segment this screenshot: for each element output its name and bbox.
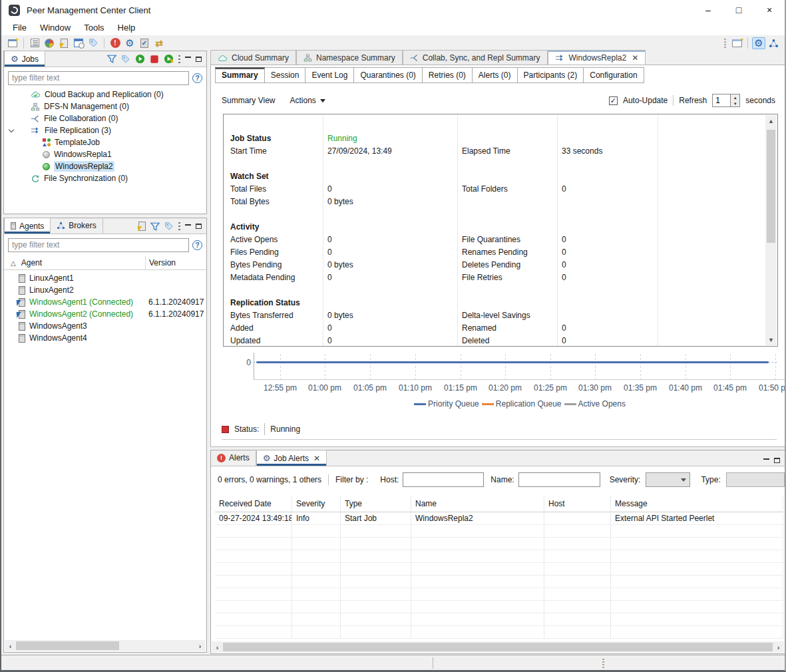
subtab-session[interactable]: Session bbox=[265, 67, 306, 83]
jobs-filter-input[interactable] bbox=[8, 71, 189, 85]
subtab-event-log[interactable]: Event Log bbox=[305, 67, 354, 83]
scheduled-task-icon[interactable] bbox=[72, 37, 85, 49]
help-icon[interactable]: ? bbox=[192, 73, 202, 83]
auto-update-checkbox[interactable]: ✓ bbox=[609, 96, 618, 105]
scroll-right-icon[interactable]: › bbox=[773, 643, 784, 651]
tree-item-file-collaboration[interactable]: File Collaboration (0) bbox=[4, 112, 206, 124]
scroll-right-icon[interactable]: › bbox=[194, 642, 206, 650]
start-job-icon[interactable] bbox=[135, 54, 145, 64]
view-menu-icon[interactable] bbox=[178, 222, 180, 230]
actions-dropdown[interactable]: Actions bbox=[290, 96, 325, 105]
menu-file[interactable]: File bbox=[7, 21, 33, 34]
tab-cloud-summary[interactable]: Cloud Summary bbox=[210, 50, 296, 65]
spinner-down-icon[interactable]: ▼ bbox=[731, 100, 739, 106]
tree-item-dfsn[interactable]: DFS-N Management (0) bbox=[4, 100, 206, 112]
tree-item-file-synchronization[interactable]: File Synchronization (0) bbox=[4, 172, 206, 184]
clipboard-check-icon[interactable]: ✓ bbox=[138, 37, 151, 49]
column-received-date[interactable]: Received Date bbox=[215, 496, 292, 512]
scrollbar-thumb[interactable] bbox=[223, 643, 773, 651]
summary-vscrollbar[interactable]: ▲ ▼ bbox=[765, 115, 777, 345]
panel-minimize-icon[interactable] bbox=[185, 57, 191, 59]
tree-item-windowsrepla2[interactable]: WindowsRepla2 bbox=[4, 160, 206, 172]
view-menu-icon[interactable] bbox=[178, 55, 180, 63]
filter-icon[interactable] bbox=[107, 55, 116, 63]
host-filter-input[interactable] bbox=[403, 472, 484, 487]
maximize-button[interactable]: □ bbox=[723, 0, 754, 20]
type-filter-input[interactable] bbox=[726, 472, 785, 487]
column-host[interactable]: Host bbox=[544, 496, 611, 512]
agent-row[interactable]: LinuxAgent2 bbox=[4, 284, 206, 296]
tag-icon[interactable] bbox=[87, 37, 100, 49]
tab-agents[interactable]: Agents bbox=[4, 218, 51, 234]
tab-alerts[interactable]: ! Alerts bbox=[211, 450, 256, 466]
column-type[interactable]: Type bbox=[341, 496, 411, 512]
agents-hscrollbar[interactable]: ‹ › bbox=[5, 640, 206, 651]
start-with-options-icon[interactable] bbox=[164, 54, 174, 64]
subtab-summary[interactable]: Summary bbox=[215, 67, 265, 83]
menu-window[interactable]: Window bbox=[34, 21, 77, 34]
alerts-hscrollbar[interactable]: ‹ › bbox=[212, 641, 784, 653]
settings-gear-icon[interactable]: ⚙ bbox=[123, 37, 136, 49]
flash-document-icon[interactable] bbox=[138, 222, 146, 231]
tree-item-templatejob[interactable]: TemplateJob bbox=[4, 136, 206, 148]
subtab-configuration[interactable]: Configuration bbox=[584, 67, 644, 83]
alert-icon[interactable]: ! bbox=[108, 37, 122, 49]
menu-help[interactable]: Help bbox=[112, 21, 142, 34]
scroll-left-icon[interactable]: ‹ bbox=[5, 642, 16, 650]
pie-chart-icon[interactable] bbox=[43, 37, 56, 49]
panel-minimize-icon[interactable] bbox=[185, 224, 191, 226]
tab-collab-sync-repl-summary[interactable]: Collab, Sync, and Repl Summary bbox=[403, 50, 548, 65]
new-window-icon[interactable] bbox=[6, 37, 19, 49]
help-icon[interactable]: ? bbox=[192, 240, 202, 250]
tree-item-cloud-backup[interactable]: Cloud Backup and Replication (0) bbox=[4, 88, 206, 100]
agent-row[interactable]: WindowsAgent3 bbox=[4, 320, 206, 332]
stop-status-icon[interactable] bbox=[222, 426, 229, 433]
refresh-sync-icon[interactable]: ⇄ bbox=[152, 37, 166, 49]
sort-ascending-icon[interactable]: △ bbox=[11, 259, 16, 267]
agents-filter-input[interactable] bbox=[8, 238, 189, 252]
agent-row[interactable]: WindowsAgent2 (Connected) 6.1.1.20240917 bbox=[4, 308, 206, 320]
panel-minimize-icon[interactable] bbox=[763, 458, 769, 460]
panel-maximize-icon[interactable] bbox=[196, 224, 202, 229]
stop-job-icon[interactable] bbox=[150, 55, 159, 64]
scroll-left-icon[interactable]: ‹ bbox=[212, 643, 223, 651]
panel-maximize-icon[interactable] bbox=[196, 57, 202, 62]
close-button[interactable]: × bbox=[754, 0, 785, 20]
view-list-icon[interactable] bbox=[28, 37, 41, 49]
agent-row[interactable]: WindowsAgent1 (Connected) 6.1.1.20240917 bbox=[4, 296, 206, 308]
minimize-button[interactable]: – bbox=[693, 0, 723, 20]
scrollbar-thumb[interactable] bbox=[16, 641, 119, 650]
spinner-up-icon[interactable]: ▲ bbox=[731, 94, 739, 100]
tree-item-file-replication[interactable]: File Replication (3) bbox=[4, 124, 206, 136]
subtab-quarantines[interactable]: Quarantines (0) bbox=[354, 67, 422, 83]
tab-windowsrepla2[interactable]: WindowsRepla2 ✕ bbox=[548, 50, 646, 65]
column-agent[interactable]: Agent bbox=[21, 258, 42, 267]
column-version[interactable]: Version bbox=[145, 256, 176, 269]
tab-job-alerts[interactable]: ⚙ Job Alerts ✕ bbox=[256, 450, 327, 466]
name-filter-input[interactable] bbox=[518, 472, 600, 487]
flash-document-icon[interactable] bbox=[57, 37, 71, 49]
menu-tools[interactable]: Tools bbox=[78, 21, 110, 34]
refresh-seconds-input[interactable] bbox=[713, 94, 730, 106]
tab-jobs[interactable]: ⚙ Jobs bbox=[4, 51, 45, 67]
tab-namespace-summary[interactable]: Namespace Summary bbox=[296, 50, 403, 65]
brokers-perspective-icon[interactable] bbox=[767, 37, 780, 49]
tab-brokers[interactable]: Brokers bbox=[51, 218, 102, 234]
tree-item-windowsrepla1[interactable]: WindowsRepla1 bbox=[4, 148, 206, 160]
filter-icon[interactable] bbox=[150, 222, 160, 231]
subtab-retries[interactable]: Retries (0) bbox=[423, 67, 473, 83]
scroll-down-icon[interactable]: ▼ bbox=[765, 334, 777, 345]
column-severity[interactable]: Severity bbox=[292, 496, 341, 512]
subtab-participants[interactable]: Participants (2) bbox=[518, 67, 584, 83]
scroll-up-icon[interactable]: ▲ bbox=[765, 115, 777, 126]
severity-select[interactable] bbox=[646, 472, 690, 487]
agent-row[interactable]: LinuxAgent1 bbox=[4, 272, 206, 284]
column-message[interactable]: Message bbox=[611, 496, 783, 512]
expander-chevron-icon[interactable] bbox=[9, 127, 14, 132]
tab-close-icon[interactable]: ✕ bbox=[313, 454, 320, 463]
agent-row[interactable]: WindowsAgent4 bbox=[4, 332, 206, 344]
scrollbar-thumb[interactable] bbox=[767, 130, 775, 243]
panel-maximize-icon[interactable] bbox=[774, 458, 780, 463]
tag-icon[interactable] bbox=[121, 55, 130, 64]
subtab-alerts[interactable]: Alerts (0) bbox=[473, 67, 518, 83]
